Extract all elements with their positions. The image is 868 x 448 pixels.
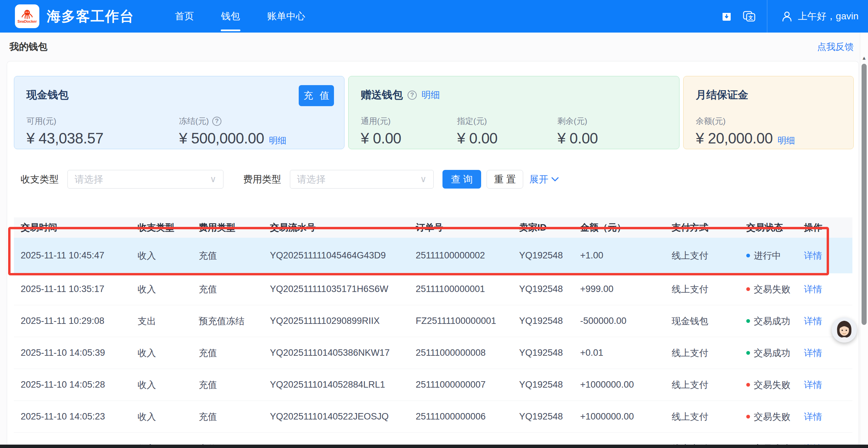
cell-action: 详情	[804, 411, 845, 423]
detail-action-link[interactable]: 详情	[804, 348, 822, 358]
frozen-amount: ¥ 500,000.00	[179, 130, 264, 147]
recharge-button[interactable]: 充 值	[299, 85, 334, 106]
designated-amount: ¥ 0.00	[457, 130, 497, 147]
expand-link[interactable]: 展开	[529, 173, 559, 186]
cell-inout: 收入	[138, 250, 199, 262]
seadocker-logo[interactable]: SeaDocker	[15, 4, 39, 28]
remaining-label: 剩余(元)	[557, 116, 587, 126]
cell-method: 线上支付	[672, 411, 746, 423]
wallet-panel: 现金钱包 充 值 可用(元) ¥ 43,038.57 冻结(元) ? ¥	[7, 61, 859, 448]
deposit-card: 月结保证金 余额(元) ¥ 20,000.00 明细	[683, 76, 854, 149]
cell-seller: YQ192548	[519, 379, 580, 390]
detail-action-link[interactable]: 详情	[804, 412, 822, 422]
cell-seller: YQ192548	[519, 411, 580, 422]
fee-type-placeholder: 请选择	[297, 173, 326, 186]
page-scrollbar[interactable]: ▲	[860, 33, 868, 448]
frozen-detail-link[interactable]: 明细	[269, 135, 287, 147]
nav-item-home[interactable]: 首页	[175, 0, 194, 33]
cell-amount: +1000000.00	[580, 411, 672, 422]
cell-time: 2025-11-11 10:35:17	[21, 284, 138, 294]
cell-amount: +999.00	[580, 284, 672, 294]
cell-method: 线上支付	[672, 283, 746, 295]
search-button[interactable]: 查 询	[442, 170, 481, 189]
cell-inout: 收入	[138, 379, 199, 391]
filter-toolbar: 收支类型 请选择 ∨ 费用类型 请选择 ∨ 查 询 重 置 展开	[21, 170, 559, 189]
inout-type-select[interactable]: 请选择 ∨	[67, 170, 223, 189]
app-title: 海多客工作台	[47, 7, 134, 26]
frozen-help-icon[interactable]: ?	[212, 117, 221, 126]
gift-help-icon[interactable]: ?	[408, 91, 417, 100]
translate-icon[interactable]: 文	[743, 10, 755, 23]
reset-button[interactable]: 重 置	[487, 170, 523, 189]
available-amount: ¥ 43,038.57	[26, 130, 103, 147]
cell-fee: 充值	[199, 250, 270, 262]
cell-serial: YQ202511111045464G43D9	[270, 250, 416, 261]
table-row[interactable]: 2025-11-11 10:35:17收入充值YQ202511111035171…	[14, 273, 852, 305]
assistant-avatar[interactable]	[832, 317, 857, 343]
detail-action-link[interactable]: 详情	[804, 316, 822, 326]
cell-serial: YQ202511101405386NKW17	[270, 348, 416, 358]
nav-item-billing[interactable]: 账单中心	[267, 0, 305, 33]
detail-action-link[interactable]: 详情	[804, 284, 822, 294]
cell-inout: 收入	[138, 283, 199, 295]
feedback-link[interactable]: 点我反馈	[817, 41, 854, 53]
table-row[interactable]: 2025-11-11 10:45:47收入充值YQ202511111045464…	[14, 238, 852, 273]
cell-status: 交易失败	[746, 411, 804, 423]
deposit-title: 月结保证金	[696, 88, 748, 102]
column-header: 交易状态	[746, 221, 804, 234]
cell-serial: YQ2025111110290899RIIX	[270, 316, 416, 326]
breadcrumb-bar: 我的钱包 点我反馈	[0, 33, 860, 61]
column-header: 支付方式	[672, 221, 746, 234]
cell-order: 25111000000007	[416, 379, 519, 390]
table-row[interactable]: 2025-11-10 14:05:28收入充值YQ202511101405288…	[14, 369, 852, 401]
column-header: 订单号	[416, 221, 519, 234]
cell-time: 2025-11-10 14:05:28	[21, 379, 138, 390]
scroll-up-arrow-icon[interactable]: ▲	[862, 55, 867, 61]
status-dot-icon	[746, 383, 750, 387]
table-row[interactable]: 2025-11-10 14:05:23收入充值YQ20251110140522J…	[14, 401, 852, 433]
cell-serial: YQ20251110140522JEOSJQ	[270, 411, 416, 422]
cell-status: 交易成功	[746, 347, 804, 359]
inout-type-placeholder: 请选择	[75, 173, 103, 186]
column-header: 费用类型	[199, 221, 270, 234]
cell-fee: 充值	[199, 283, 270, 295]
scrollbar-thumb[interactable]	[862, 64, 867, 325]
cell-status: 交易失败	[746, 379, 804, 391]
cell-action: 详情	[804, 250, 845, 262]
cell-status: 进行中	[746, 250, 804, 262]
primary-nav: 首页 钱包 账单中心	[175, 0, 305, 33]
deposit-detail-link[interactable]: 明细	[777, 135, 795, 147]
page-title: 我的钱包	[9, 40, 47, 53]
cash-wallet-card: 现金钱包 充 值 可用(元) ¥ 43,038.57 冻结(元) ? ¥	[14, 76, 344, 149]
cell-method: 线上支付	[672, 347, 746, 359]
detail-action-link[interactable]: 详情	[804, 380, 822, 390]
inout-type-label: 收支类型	[21, 173, 59, 186]
user-menu[interactable]: 上午好，gavin	[767, 10, 868, 23]
gift-wallet-card: 赠送钱包 ? 明细 通用(元) ¥ 0.00 指定(元) ¥ 0.00 剩余(元…	[348, 76, 679, 149]
gift-detail-link[interactable]: 明细	[421, 89, 440, 101]
fee-type-label: 费用类型	[243, 173, 281, 186]
cell-inout: 支出	[138, 315, 199, 327]
column-header: 交易时间	[21, 221, 138, 234]
chevron-down-icon	[551, 177, 559, 182]
column-header: 操作	[804, 221, 845, 234]
cell-order: 25111000000006	[416, 411, 519, 422]
cell-order: FZ25111100000001	[416, 316, 519, 326]
status-dot-icon	[746, 415, 750, 418]
cell-order: 25111100000001	[416, 284, 519, 294]
cell-amount: -500000.00	[580, 316, 672, 326]
detail-action-link[interactable]: 详情	[804, 251, 822, 261]
table-row[interactable]: 2025-11-10 14:05:39收入充值YQ202511101405386…	[14, 337, 852, 369]
column-header: 金额（元）	[580, 221, 672, 234]
cell-fee: 充值	[199, 379, 270, 391]
cell-fee: 充值	[199, 411, 270, 423]
nav-item-wallet[interactable]: 钱包	[221, 0, 240, 33]
cell-amount: +0.01	[580, 348, 672, 358]
column-header: 卖家ID	[519, 221, 580, 234]
fee-type-select[interactable]: 请选择 ∨	[290, 170, 434, 189]
cell-time: 2025-11-10 14:05:23	[21, 411, 138, 422]
download-icon[interactable]	[720, 10, 733, 23]
cell-time: 2025-11-11 10:29:08	[21, 316, 138, 326]
table-row[interactable]: 2025-11-11 10:29:08支出预充值冻结YQ202511111029…	[14, 305, 852, 337]
cell-order: 25111000000008	[416, 348, 519, 358]
